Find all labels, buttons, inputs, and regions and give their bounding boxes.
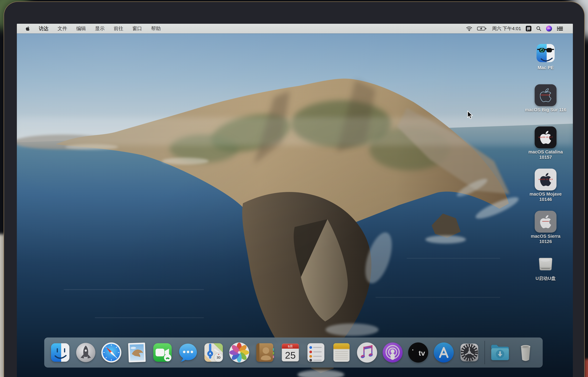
calendar-day: 25	[285, 350, 296, 361]
mouse-cursor	[467, 110, 474, 120]
desktop-icon-catalina[interactable]: macOS 10.15.7 macOS Catalina 10157	[520, 127, 571, 160]
dock-item-launchpad[interactable]	[74, 339, 98, 366]
menu-item-help[interactable]: 帮助	[151, 25, 161, 32]
desktop-icon-label: macOS Sierra 10126	[531, 234, 560, 244]
notification-center-icon[interactable]	[557, 26, 563, 31]
menu-bar-status: 周六 下午4:01 拼	[466, 25, 573, 32]
dock-item-facetime[interactable]	[151, 339, 174, 366]
desktop-icon-label: macOS Catalina 10157	[528, 149, 563, 160]
dock-separator	[485, 341, 485, 364]
dock-item-contacts[interactable]	[253, 339, 277, 366]
menu-item-go[interactable]: 前往	[114, 25, 123, 32]
apple-menu-icon[interactable]	[26, 26, 30, 31]
battery-charging-icon[interactable]	[477, 26, 487, 31]
calendar-month: 9月	[288, 344, 293, 348]
menu-bar-left: 访达 文件 编辑 显示 前往 窗口 帮助	[17, 25, 161, 32]
macbook-bezel: 访达 文件 编辑 显示 前往 窗口 帮助 周六 下午4:01 拼	[4, 2, 584, 377]
dock-item-system-preferences[interactable]	[458, 339, 481, 366]
siri-icon[interactable]	[546, 26, 552, 32]
desktop-icon-label: U启动U盘	[536, 276, 556, 281]
dock-item-safari[interactable]	[100, 339, 123, 366]
sierra-installer-icon	[535, 211, 556, 233]
dock-item-maps[interactable]: 3D	[202, 339, 225, 366]
desktop-icon-usb-drive[interactable]: U启动U盘	[520, 253, 571, 281]
menu-item-view[interactable]: 显示	[95, 25, 105, 32]
spotlight-icon[interactable]	[536, 26, 541, 31]
desktop-icon-big-sur[interactable]: macOS Big Sur 116	[520, 84, 571, 112]
dock: 3D	[44, 338, 543, 367]
wifi-icon[interactable]	[466, 26, 472, 31]
mojave-installer-icon: macOS 10.14.6	[535, 169, 556, 190]
dock-item-app-store[interactable]	[432, 339, 455, 366]
macbook-screen: 访达 文件 编辑 显示 前往 窗口 帮助 周六 下午4:01 拼	[17, 24, 573, 377]
menu-item-file[interactable]: 文件	[57, 25, 67, 32]
maps-3d-label: 3D	[217, 356, 221, 359]
desktop-icon-label: Mac PE	[537, 65, 554, 70]
desktop-icon-sierra[interactable]: macOS Sierra 10126	[520, 211, 571, 244]
menu-bar-clock[interactable]: 周六 下午4:01	[492, 25, 521, 32]
desktop-icon-label: macOS Big Sur 116	[525, 107, 566, 112]
dock-item-notes[interactable]	[330, 339, 353, 366]
menu-item-finder[interactable]: 访达	[39, 25, 48, 32]
dock-item-finder[interactable]	[48, 339, 72, 366]
desktop-icon-label: macOS Mojave 10146	[530, 191, 562, 202]
desktop-icon-mac-pe[interactable]: Mac PE	[520, 42, 571, 70]
catalina-installer-icon: macOS 10.15.7	[535, 127, 556, 148]
menu-item-edit[interactable]: 编辑	[76, 25, 86, 32]
dock-item-podcasts[interactable]	[381, 339, 404, 366]
input-method-icon[interactable]: 拼	[526, 26, 531, 31]
dock-item-calendar[interactable]: 9月 25	[279, 339, 302, 366]
dock-item-messages[interactable]	[176, 339, 200, 366]
mac-pe-icon	[535, 42, 556, 64]
dock-item-trash[interactable]	[514, 339, 537, 366]
apple-tv-label: tv	[419, 349, 425, 357]
menu-bar: 访达 文件 编辑 显示 前往 窗口 帮助 周六 下午4:01 拼	[17, 24, 573, 33]
menu-item-window[interactable]: 窗口	[132, 25, 142, 32]
dock-item-downloads[interactable]	[488, 339, 512, 366]
dock-item-mail[interactable]	[125, 339, 149, 366]
big-sur-installer-icon	[535, 84, 556, 106]
dock-item-photos[interactable]	[227, 339, 251, 366]
background-object-right	[584, 359, 588, 377]
desktop-icon-mojave[interactable]: macOS 10.14.6 macOS Mojave 10146	[520, 169, 571, 202]
external-drive-icon	[535, 253, 556, 275]
dock-item-music[interactable]	[355, 339, 379, 366]
dock-item-reminders[interactable]	[304, 339, 328, 366]
wallpaper-catalina-island	[17, 24, 573, 377]
dock-item-apple-tv[interactable]: tv	[407, 339, 430, 366]
